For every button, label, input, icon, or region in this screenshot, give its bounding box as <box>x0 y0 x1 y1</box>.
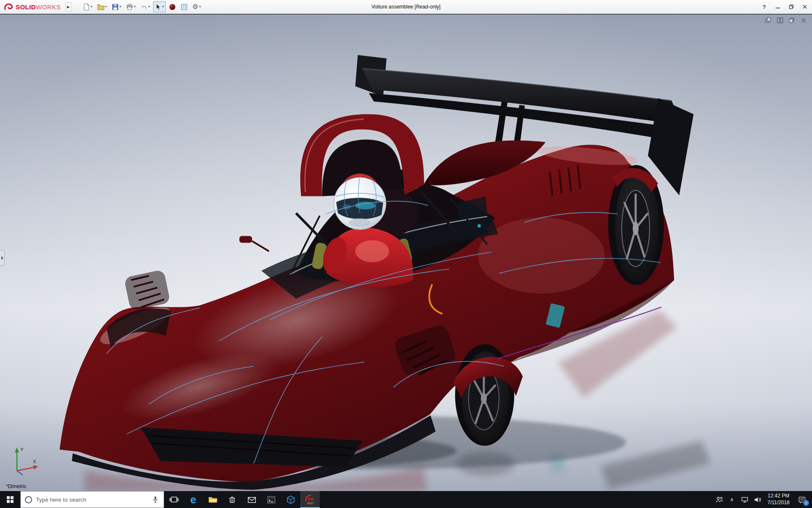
clock-time: 12:42 PM <box>768 493 789 500</box>
rear-right-wheel <box>608 165 664 285</box>
featuremanager-flyout-handle[interactable] <box>0 250 5 266</box>
speaker-icon <box>753 495 762 504</box>
appearance-sphere-button[interactable] <box>167 1 178 12</box>
solidworks-taskbar-button[interactable]: SW 2017 <box>300 491 320 508</box>
doc-restore-icon <box>789 17 795 23</box>
caret-icon: ▾ <box>105 5 107 8</box>
solidworks-app-icon: SW 2017 <box>304 494 316 505</box>
y-axis-label: Y <box>20 447 24 452</box>
open-folder-icon <box>97 3 104 11</box>
cortana-icon <box>25 496 32 503</box>
new-document-button[interactable]: ▾ <box>81 1 94 12</box>
notification-badge: 2 <box>803 500 809 506</box>
expand-arrow-icon <box>1 256 3 260</box>
window-controls: ? <box>758 0 811 14</box>
z-axis-arrow <box>17 471 23 475</box>
print-button[interactable]: ▾ <box>124 1 137 12</box>
minimize-button[interactable] <box>772 2 784 12</box>
main-toolbar: ▾ ▾ ▾ ▾ <box>81 1 203 12</box>
x-axis-arrow <box>33 465 38 470</box>
side-mirror <box>239 236 252 243</box>
action-center-button[interactable]: 2 <box>793 491 810 508</box>
taskbar-search[interactable] <box>20 491 164 508</box>
logo-text: SOLIDWORKS <box>16 3 61 11</box>
clock-date: 7/11/2018 <box>768 500 790 506</box>
caret-icon: ▾ <box>148 5 150 8</box>
close-icon <box>802 4 807 9</box>
caret-icon: ▾ <box>199 5 201 8</box>
sheet-grid-icon <box>181 3 188 11</box>
network-button[interactable] <box>738 491 751 508</box>
3d-scene[interactable] <box>0 14 812 491</box>
store-button[interactable] <box>222 491 242 508</box>
console-icon <box>266 494 277 505</box>
doc-close-button[interactable] <box>799 17 808 24</box>
restore-button[interactable] <box>785 2 797 12</box>
solidworks-window: SOLIDWORKS ▶ ▾ ▾ <box>0 0 812 508</box>
view-orientation-label: *Dimetric <box>6 483 27 489</box>
mail-button[interactable] <box>242 491 261 508</box>
chevron-up-icon: ∧ <box>730 497 734 502</box>
doc-restore-button[interactable] <box>787 17 796 24</box>
minimize-icon <box>775 4 780 9</box>
new-document-icon <box>83 3 90 11</box>
select-tool-button[interactable]: ▾ <box>153 1 166 12</box>
document-window-controls <box>764 17 808 24</box>
volume-button[interactable] <box>751 491 764 508</box>
caret-icon: ▾ <box>120 5 121 8</box>
people-button[interactable] <box>713 491 726 508</box>
solidworks-logo: SOLIDWORKS <box>0 0 64 14</box>
file-explorer-button[interactable] <box>203 491 222 508</box>
help-button[interactable]: ? <box>758 2 770 12</box>
x-axis-label: X <box>33 459 36 464</box>
file-explorer-icon <box>208 494 218 505</box>
system-tray: ∧ 12:42 PM 7/11/2018 <box>713 491 812 508</box>
flyout-icon: ▶ <box>67 5 69 9</box>
network-icon <box>740 495 749 504</box>
orientation-triad: Y X <box>9 445 41 478</box>
store-icon <box>227 494 237 505</box>
edge-browser-button[interactable]: e <box>184 491 203 508</box>
undo-button[interactable]: ▾ <box>139 1 152 12</box>
caret-icon: ▾ <box>91 5 93 8</box>
cascade-windows-icon <box>765 17 771 23</box>
appearance-sphere-icon <box>169 3 176 11</box>
doc-close-icon <box>801 18 807 23</box>
restore-icon <box>789 4 794 9</box>
doc-tile-button[interactable] <box>776 17 784 24</box>
microphone-icon[interactable] <box>151 495 159 504</box>
save-button[interactable]: ▾ <box>110 1 123 12</box>
cube-app-button[interactable] <box>281 491 300 508</box>
toolbar-flyout-button[interactable]: ▶ <box>65 2 72 11</box>
sw-label: SW <box>307 497 314 501</box>
task-view-button[interactable] <box>164 491 184 508</box>
edge-icon: e <box>190 494 196 505</box>
undo-icon <box>140 3 148 11</box>
sheet-properties-button[interactable] <box>179 1 189 12</box>
console-button[interactable] <box>261 491 281 508</box>
mail-icon <box>247 494 257 505</box>
options-button[interactable]: ⚙ ▾ <box>191 1 203 12</box>
close-button[interactable] <box>799 2 811 12</box>
print-icon <box>126 3 133 11</box>
task-view-icon <box>169 494 179 505</box>
document-title: Voiture assemblee [Read-only] <box>371 4 440 10</box>
cube-app-icon <box>285 494 296 505</box>
people-icon <box>715 495 724 504</box>
gear-icon: ⚙ <box>192 3 198 10</box>
help-icon: ? <box>763 4 766 10</box>
search-input[interactable] <box>36 497 147 503</box>
start-button[interactable] <box>0 491 20 508</box>
titlebar: SOLIDWORKS ▶ ▾ ▾ <box>0 0 812 14</box>
doc-cascade-button[interactable] <box>764 17 772 24</box>
windows-logo-icon <box>7 496 14 503</box>
taskbar-clock[interactable]: 12:42 PM 7/11/2018 <box>764 493 794 506</box>
y-axis-arrow <box>15 447 19 453</box>
select-cursor-icon <box>155 3 162 11</box>
windows-taskbar: e <box>0 491 812 508</box>
tile-windows-icon <box>777 17 783 23</box>
graphics-viewport[interactable]: Y X *Dimetric <box>0 14 812 491</box>
3ds-swirl-icon <box>3 3 14 11</box>
hidden-icons-button[interactable]: ∧ <box>726 491 738 508</box>
open-button[interactable]: ▾ <box>96 1 109 12</box>
